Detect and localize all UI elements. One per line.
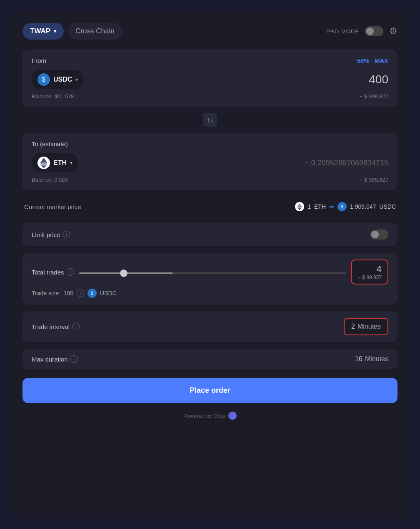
header: TWAP ▾ Cross Chain PRO MODE ⚙ [22,23,398,40]
usdc-small-icon: $ [338,202,347,211]
footer: Powered by Orbs [22,412,398,420]
limit-price-row: Limit price i [32,230,388,240]
to-usd-value: ~ $ 399.827 [360,177,388,183]
gear-icon[interactable]: ⚙ [389,26,398,37]
trade-interval-value-box[interactable]: 2 Minutes [344,318,388,335]
from-panel-header: From 50% MAX [32,57,388,64]
swap-arrows-container: ↑↓ [22,112,398,128]
trade-interval-unit: Minutes [358,323,381,330]
market-eth-token: ETH [314,203,326,210]
pro-mode-label: PRO MODE [326,28,359,35]
trade-size-value: 100 [64,290,73,297]
orbs-icon [228,412,237,420]
trade-interval-row: Trade interval i 2 Minutes [32,318,388,335]
trade-size-label: Trade size: [32,290,60,297]
trades-usd: ~ $ 99.957 [358,274,382,280]
limit-price-toggle[interactable] [370,230,388,240]
market-usdc-qty: 1,909.047 [350,203,376,210]
max-duration-number: 16 [355,355,362,363]
max-duration-info-icon[interactable]: i [70,355,78,363]
max-duration-unit: Minutes [365,355,388,363]
total-trades-panel: Total trades i 4 ~ $ 99.957 Trade size: … [22,253,398,304]
to-panel-footer: Balance: 0.025 ~ $ 399.827 [32,177,388,183]
to-label: To (estimate) [32,140,68,147]
from-label: From [32,57,46,64]
from-token-selector[interactable]: $ USDC ▾ [32,70,84,89]
to-token-selector[interactable]: ETH ▾ [32,153,78,172]
pro-mode-toggle[interactable] [365,26,383,36]
to-balance: Balance: 0.025 [32,177,68,183]
trades-number: 4 [358,264,382,274]
twap-label: TWAP [30,27,50,35]
max-duration-panel: Max duration i 16 Minutes [22,349,398,369]
twap-chevron: ▾ [54,28,56,34]
trade-interval-number: 2 [351,323,355,330]
market-price-row: Current market price 1 ETH ⇌ $ 1,909.047… [22,197,398,216]
from-usd-value: ~ $ 399.827 [360,93,388,100]
trades-slider[interactable] [79,272,346,274]
place-order-button[interactable]: Place order [22,378,398,403]
trade-interval-label: Trade interval i [32,323,80,330]
trade-interval-panel: Trade interval i 2 Minutes [22,311,398,342]
trades-value-box: 4 ~ $ 99.957 [351,260,388,284]
usdc-icon: $ [38,73,50,86]
to-panel-header: To (estimate) [32,140,388,147]
from-balance: Balance: 401.578 [32,93,74,100]
trade-interval-info-icon[interactable]: i [72,323,80,330]
trade-size-info-icon[interactable]: i [77,289,84,297]
swap-arrows-icon: ⇌ [329,203,334,210]
total-trades-label: Total trades i [32,268,74,276]
footer-text: Powered by Orbs [183,413,225,419]
app-container: TWAP ▾ Cross Chain PRO MODE ⚙ From 50% M… [10,10,410,519]
limit-price-panel: Limit price i [22,223,398,246]
to-token-row: ETH ▾ ~ 0.20952867069834715 [32,153,388,172]
header-left: TWAP ▾ Cross Chain [22,23,122,40]
from-token-name: USDC [53,76,72,83]
trade-size-row: Trade size: 100 i $ USDC [32,289,388,298]
from-token-row: $ USDC ▾ 400 [32,70,388,89]
limit-price-label: Limit price i [32,231,70,238]
eth-small-icon [295,202,304,211]
cross-chain-button[interactable]: Cross Chain [68,23,122,40]
market-usdc-token: USDC [379,203,396,210]
market-price-value: 1 ETH ⇌ $ 1,909.047 USDC [295,202,396,211]
eth-icon [38,157,50,169]
to-token-name: ETH [53,159,67,167]
from-amount[interactable]: 400 [369,73,388,86]
total-trades-info-icon[interactable]: i [67,268,74,276]
trade-size-token: USDC [100,290,117,297]
to-panel: To (estimate) ETH ▾ ~ 0.2095286706983471… [22,133,398,190]
max-duration-row: Max duration i 16 Minutes [32,355,388,363]
from-panel-footer: Balance: 401.578 ~ $ 399.827 [32,93,388,100]
limit-price-info-icon[interactable]: i [62,231,70,238]
twap-button[interactable]: TWAP ▾ [22,23,64,40]
50pct-button[interactable]: 50% [357,57,370,64]
trades-row: Total trades i 4 ~ $ 99.957 [32,260,388,284]
from-panel: From 50% MAX $ USDC ▾ 400 Balance: 401.5… [22,50,398,107]
max-duration-value: 16 Minutes [355,355,388,363]
to-amount: ~ 0.20952867069834715 [305,159,388,167]
swap-arrows-button[interactable]: ↑↓ [202,112,218,128]
trade-size-usdc-icon: $ [88,289,97,298]
max-button[interactable]: MAX [375,57,388,64]
to-token-chevron: ▾ [70,160,72,166]
trades-slider-container [79,268,346,276]
header-right: PRO MODE ⚙ [326,26,398,37]
market-price-label: Current market price [24,203,81,210]
from-token-chevron: ▾ [75,77,78,82]
max-duration-label: Max duration i [32,355,78,363]
market-eth-qty: 1 [308,203,311,210]
from-panel-actions: 50% MAX [357,57,388,64]
